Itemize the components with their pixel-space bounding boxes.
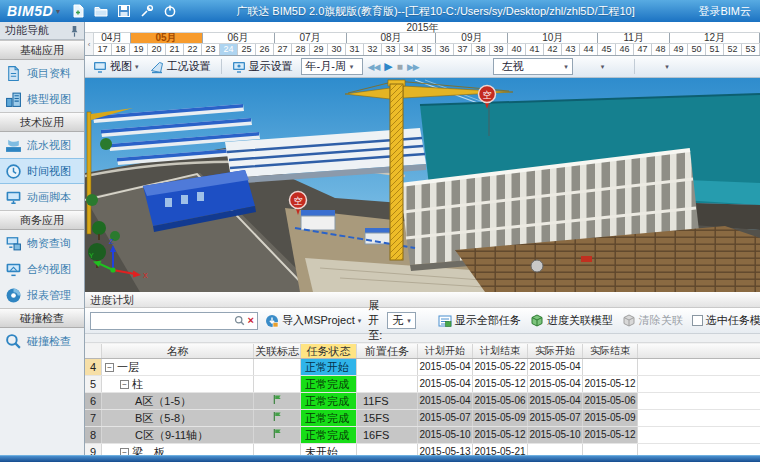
timeline-month[interactable]: 10月 [508,33,598,43]
timeline-week-cell[interactable]: 42 [544,44,562,55]
timeline-week-cell[interactable]: 46 [616,44,634,55]
timeline-week-cell[interactable]: 53 [742,44,760,55]
print-button[interactable] [470,58,488,76]
table-row[interactable]: 7B区（5-8）正常完成15FS2015-05-072015-05-092015… [85,410,760,427]
link-model-button[interactable]: 进度关联模型 [528,312,615,329]
timeline-week-cell[interactable]: 36 [436,44,454,55]
table-row[interactable]: 4−一层正常开始2015-05-042015-05-222015-05-04 [85,359,760,376]
table-row[interactable]: 6A区（1-5）正常完成11FS2015-05-042015-05-062015… [85,393,760,410]
snapshot-button[interactable] [424,58,442,76]
timeline-month[interactable]: 08月 [347,33,437,43]
measure-button[interactable] [642,58,660,76]
timeline-month[interactable]: 12月 [670,33,760,43]
table-row[interactable]: 9−梁、板未开始2015-05-132015-05-21 [85,444,760,455]
roam-button[interactable] [609,58,627,76]
chevron-down-icon[interactable]: ▾ [665,63,669,71]
timeline-week-cell[interactable]: 48 [652,44,670,55]
section-box-button[interactable] [720,58,738,76]
timeline-week-cell[interactable]: 33 [382,44,400,55]
timeline-week-cell[interactable]: 30 [328,44,346,55]
table-row[interactable]: 8C区（9-11轴）正常完成16FS2015-05-102015-05-1220… [85,427,760,444]
timeline-week-cell[interactable]: 28 [292,44,310,55]
timeline-week-cell[interactable]: 51 [706,44,724,55]
timeline-week-cell[interactable]: 27 [274,44,292,55]
timeline-week-cell[interactable]: 17 [94,44,112,55]
timeline-week-cell[interactable]: 41 [526,44,544,55]
col-plan-start-header[interactable]: 计划开始 [418,344,473,358]
timeline-week-cell[interactable]: 23 [202,44,220,55]
open-folder-icon[interactable] [94,4,108,18]
clear-link-button[interactable]: 清除关联 [620,312,685,329]
timeline-week-cell[interactable]: 31 [346,44,364,55]
task-search-input[interactable] [94,315,231,327]
show-all-tasks-button[interactable]: 显示全部任务 [436,312,523,329]
orbit-button[interactable] [578,58,596,76]
view-button[interactable]: 视图 ▾ [90,58,142,75]
time-scale-select[interactable]: 年-月-周 ▾ [301,58,363,75]
col-actual-start-header[interactable]: 实际开始 [528,344,583,358]
chevron-down-icon[interactable]: ▾ [601,63,605,71]
viewport-3d[interactable]: 空 空 Z X Y [85,78,760,292]
view-direction-select[interactable]: 左视 ▾ [493,58,573,75]
expander-icon[interactable]: − [120,448,129,456]
fast-forward-button[interactable]: ▶▶ [407,62,419,72]
timeline-week-cell[interactable]: 20 [148,44,166,55]
power-icon[interactable] [163,4,177,18]
timeline-week-cell[interactable]: 38 [472,44,490,55]
sidebar-item-material-query[interactable]: 物资查询 [0,230,84,256]
work-condition-button[interactable]: 工况设置 [147,58,214,75]
timeline-month[interactable]: 11月 [598,33,670,43]
app-menu-button[interactable]: BIM5D ▾ [0,3,65,19]
timeline-week-cell[interactable]: 29 [310,44,328,55]
timeline-week-cell[interactable]: 25 [238,44,256,55]
table-row[interactable]: 5−柱正常完成2015-05-042015-05-122015-05-04201… [85,376,760,393]
timeline-week-cell[interactable]: 26 [256,44,274,55]
import-msproject-button[interactable]: 导入MSProject ▾ [263,312,363,329]
col-name-header[interactable]: 名称 [102,344,254,358]
timeline-week-cell[interactable]: 22 [184,44,202,55]
timeline-week-cell[interactable]: 21 [166,44,184,55]
sidebar-item-project-docs[interactable]: 项目资料 [0,60,84,86]
timeline-week-cell[interactable]: 49 [670,44,688,55]
timeline-scroll-left-icon[interactable]: ‹ [85,33,94,55]
sidebar-item-model-view[interactable]: 模型视图 [0,86,84,112]
timeline-week-cell[interactable]: 39 [490,44,508,55]
timeline-week-cell[interactable]: 18 [112,44,130,55]
timeline-month[interactable]: 04月 [94,33,131,43]
sidebar-item-report-manage[interactable]: 报表管理 [0,282,84,308]
timeline-week-cell[interactable]: 32 [364,44,382,55]
timeline-week-cell[interactable]: 50 [688,44,706,55]
rewind-button[interactable]: ◀◀ [368,62,380,72]
expand-to-select[interactable]: 无 ▾ [387,312,416,329]
sidebar-item-animation-script[interactable]: 动画脚本 [0,184,84,210]
new-file-icon[interactable] [71,4,85,18]
col-task-status-header[interactable]: 任务状态 [301,344,357,358]
expander-icon[interactable]: − [105,363,114,372]
timeline-week-cell[interactable]: 40 [508,44,526,55]
timeline-week-cell[interactable]: 35 [418,44,436,55]
timeline-month[interactable]: 07月 [275,33,347,43]
select-task-model-checkbox[interactable]: 选中任务模型 [690,312,760,329]
grid-view-button[interactable] [447,58,465,76]
zoom-window-button[interactable] [697,58,715,76]
sidebar-item-collision-check[interactable]: 碰撞检查 [0,328,84,354]
timeline-week-cell[interactable]: 24 [220,44,238,55]
search-icon[interactable] [234,315,245,326]
save-icon[interactable] [117,4,131,18]
timeline-week-cell[interactable]: 44 [580,44,598,55]
sidebar-item-time-view[interactable]: 时间视图 [0,158,84,184]
tools-icon[interactable] [140,4,154,18]
pin-icon[interactable] [70,25,79,37]
col-predecessor-header[interactable]: 前置任务 [357,344,418,358]
box-select-button[interactable] [674,58,692,76]
clear-search-icon[interactable]: × [248,315,254,326]
timeline-week-cell[interactable]: 47 [634,44,652,55]
login-bim-cloud-button[interactable]: 登录BIM云 [694,4,760,19]
timeline-week-cell[interactable]: 52 [724,44,742,55]
expander-icon[interactable]: − [120,380,129,389]
sidebar-item-flow-view[interactable]: 流水视图 [0,132,84,158]
timeline-month[interactable]: 05月 [131,33,203,43]
col-link-flag-header[interactable]: 关联标志 [254,344,301,358]
timeline-week-cell[interactable]: 43 [562,44,580,55]
timeline-week-cell[interactable]: 19 [130,44,148,55]
